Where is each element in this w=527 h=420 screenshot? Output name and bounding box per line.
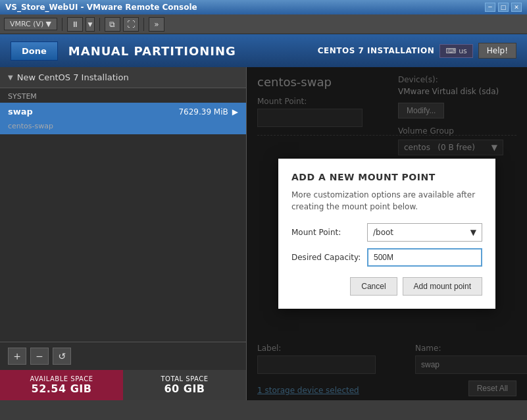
partition-name: swap <box>8 107 178 117</box>
vmrc-dropdown-icon: ▼ <box>45 20 51 28</box>
vmrc-label: VMRC (V) <box>10 20 43 28</box>
available-space-label: AVAILABLE SPACE <box>30 375 93 382</box>
expand-arrow-icon: ▼ <box>8 74 13 81</box>
add-mount-point-button[interactable]: Add mount point <box>403 277 482 296</box>
installation-label: New CentOS 7 Installation <box>17 72 129 82</box>
total-space: TOTAL SPACE 60 GiB <box>123 370 246 400</box>
toolbar-separator-1 <box>62 18 63 31</box>
centos-label: CENTOS 7 INSTALLATION <box>318 46 435 55</box>
vmrc-menu[interactable]: VMRC (V) ▼ <box>4 18 57 30</box>
available-space: AVAILABLE SPACE 52.54 GiB <box>0 370 123 400</box>
title-text: VS_Store_WebUI - VMware Remote Console <box>5 3 197 12</box>
main-content: ▼ New CentOS 7 Installation SYSTEM swap … <box>0 67 527 400</box>
expand-button[interactable]: » <box>149 17 164 32</box>
system-section-label: SYSTEM <box>0 88 246 103</box>
modal-buttons: Cancel Add mount point <box>291 277 482 296</box>
title-bar: VS_Store_WebUI - VMware Remote Console ─… <box>0 0 527 14</box>
fullscreen-icon: ⛶ <box>127 20 135 29</box>
remove-partition-button[interactable]: − <box>30 348 49 365</box>
modal-dialog: ADD A NEW MOUNT POINT More customization… <box>278 159 495 309</box>
header-bar: Done MANUAL PARTITIONING CENTOS 7 INSTAL… <box>0 34 527 67</box>
add-partition-button[interactable]: + <box>8 348 26 365</box>
title-controls: ─ □ ✕ <box>485 3 522 12</box>
available-space-value: 52.54 GiB <box>32 382 92 395</box>
toolbar-separator-2 <box>99 18 100 31</box>
pause-icon: ⏸ <box>71 20 79 29</box>
header-right: CENTOS 7 INSTALLATION ⌨ us Help! <box>318 43 516 59</box>
keyboard-button[interactable]: ⌨ us <box>439 44 473 58</box>
refresh-icon: ↺ <box>58 351 66 361</box>
close-button[interactable]: ✕ <box>511 3 522 12</box>
left-panel: ▼ New CentOS 7 Installation SYSTEM swap … <box>0 67 247 400</box>
minimize-button[interactable]: ─ <box>485 3 495 12</box>
modal-description: More customization options are available… <box>291 189 482 213</box>
total-space-label: TOTAL SPACE <box>161 375 208 382</box>
clone-button[interactable]: ⧉ <box>105 17 120 32</box>
total-space-value: 60 GiB <box>164 382 205 395</box>
modal-mount-point-select[interactable]: /boot ▼ <box>367 223 482 242</box>
expand-icon: » <box>154 20 159 29</box>
remove-icon: − <box>36 351 43 361</box>
space-bar: AVAILABLE SPACE 52.54 GiB TOTAL SPACE 60… <box>0 370 246 400</box>
refresh-button[interactable]: ↺ <box>53 348 71 365</box>
maximize-button[interactable]: □ <box>498 3 509 12</box>
cancel-button[interactable]: Cancel <box>350 277 397 296</box>
modal-title: ADD A NEW MOUNT POINT <box>291 172 482 182</box>
bottom-controls: + − ↺ <box>0 342 246 370</box>
modal-capacity-input[interactable] <box>367 248 482 267</box>
page-title: MANUAL PARTITIONING <box>68 44 236 58</box>
partition-size: 7629.39 MiB <box>178 107 228 117</box>
modal-dropdown-icon: ▼ <box>470 228 476 237</box>
toolbar: VMRC (V) ▼ ⏸ ▼ ⧉ ⛶ » <box>0 14 527 34</box>
modal-mount-point-value: /boot <box>373 228 393 237</box>
partition-item[interactable]: swap 7629.39 MiB ▶ <box>0 103 246 120</box>
clone-icon: ⧉ <box>109 20 115 29</box>
partition-subname: centos-swap <box>0 120 246 134</box>
pause-dropdown-icon: ▼ <box>88 21 92 28</box>
installation-title: ▼ New CentOS 7 Installation <box>0 67 246 88</box>
partition-arrow-icon: ▶ <box>232 107 238 117</box>
pause-button[interactable]: ⏸ <box>67 17 83 32</box>
add-icon: + <box>13 351 21 361</box>
modal-capacity-label: Desired Capacity: <box>291 253 367 262</box>
pause-dropdown[interactable]: ▼ <box>86 17 95 32</box>
keyboard-layout: us <box>459 47 467 55</box>
done-button[interactable]: Done <box>11 41 58 61</box>
modal-mount-point-label: Mount Point: <box>291 228 367 237</box>
fullscreen-button[interactable]: ⛶ <box>123 17 139 32</box>
modal-mount-point-field: Mount Point: /boot ▼ <box>291 223 482 242</box>
keyboard-icon: ⌨ <box>445 47 456 55</box>
toolbar-separator-3 <box>143 18 144 31</box>
right-panel: centos-swap Mount Point: Device(s): VMwa… <box>247 67 527 400</box>
modal-capacity-field: Desired Capacity: <box>291 248 482 267</box>
modal-overlay: ADD A NEW MOUNT POINT More customization… <box>247 67 527 400</box>
help-button[interactable]: Help! <box>478 43 516 59</box>
